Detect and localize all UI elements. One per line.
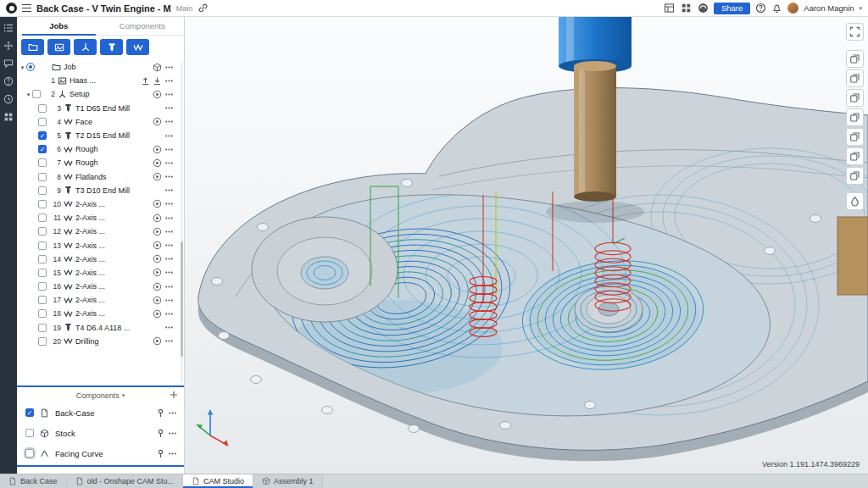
tree-row[interactable]: ✓6Rough bbox=[17, 142, 184, 156]
new-toolpath-button[interactable] bbox=[126, 39, 149, 55]
new-setup-button[interactable] bbox=[74, 39, 97, 55]
menu-icon[interactable] bbox=[164, 103, 174, 113]
menu-icon[interactable] bbox=[164, 336, 174, 346]
droplet-icon[interactable] bbox=[846, 192, 864, 210]
component-row[interactable]: ✓Back-Case bbox=[17, 402, 184, 423]
branch-label[interactable]: Main bbox=[176, 4, 193, 13]
fixture-block[interactable] bbox=[837, 217, 868, 295]
checkbox[interactable] bbox=[38, 186, 47, 195]
checkbox-checked[interactable]: ✓ bbox=[25, 408, 34, 417]
menu-icon[interactable] bbox=[164, 199, 174, 208]
display-icon[interactable] bbox=[846, 69, 864, 87]
tree-row[interactable]: 1Haas ... bbox=[17, 74, 184, 87]
post-icon[interactable] bbox=[153, 76, 162, 86]
bottom-tab[interactable]: CAM Studio bbox=[183, 474, 253, 488]
fullscreen-icon[interactable] bbox=[846, 23, 864, 41]
play-icon[interactable] bbox=[153, 199, 162, 208]
menu-icon[interactable] bbox=[164, 117, 174, 126]
tree-row[interactable]: ✓5T2 D15 End Mill bbox=[17, 129, 184, 142]
play-icon[interactable] bbox=[153, 268, 162, 277]
menu-icon[interactable] bbox=[164, 227, 174, 236]
tree-row[interactable]: 19T4 D6.4 A118 ... bbox=[17, 321, 184, 335]
menu-icon[interactable] bbox=[164, 323, 174, 332]
pin-icon[interactable] bbox=[156, 429, 165, 438]
display-icon[interactable] bbox=[846, 108, 864, 126]
play-icon[interactable] bbox=[153, 117, 162, 126]
tree-row[interactable]: 112-Axis ... bbox=[17, 211, 184, 225]
checkbox[interactable] bbox=[38, 309, 47, 318]
app-grid-icon[interactable] bbox=[681, 3, 692, 14]
menu-icon[interactable] bbox=[168, 429, 177, 438]
checkbox[interactable] bbox=[38, 296, 47, 304]
avatar[interactable] bbox=[787, 3, 798, 14]
menu-icon[interactable] bbox=[164, 282, 174, 291]
bottom-tab[interactable]: Assembly 1 bbox=[253, 474, 323, 488]
checkbox[interactable] bbox=[38, 282, 47, 291]
community-icon[interactable] bbox=[698, 3, 709, 14]
menu-icon[interactable] bbox=[164, 131, 174, 141]
menu-icon[interactable] bbox=[164, 158, 174, 168]
tree-row[interactable]: 122-Axis ... bbox=[17, 225, 184, 238]
tree-row[interactable]: 4Face bbox=[17, 115, 184, 129]
tree-scrollbar[interactable] bbox=[181, 62, 183, 382]
menu-icon[interactable] bbox=[168, 408, 177, 418]
checkbox[interactable] bbox=[38, 269, 47, 277]
menu-icon[interactable] bbox=[164, 76, 174, 86]
panel-tab-jobs[interactable]: Jobs bbox=[17, 17, 101, 35]
menu-icon[interactable] bbox=[164, 186, 174, 195]
link-icon[interactable] bbox=[198, 3, 209, 14]
menu-icon[interactable] bbox=[164, 254, 174, 263]
add-component-button[interactable] bbox=[169, 390, 179, 400]
tree-row[interactable]: ▾2Setup bbox=[17, 87, 184, 101]
component-row[interactable]: Stock bbox=[17, 423, 184, 443]
tree-row[interactable]: 172-Axis ... bbox=[17, 293, 184, 307]
hamburger-menu-icon[interactable] bbox=[22, 4, 31, 12]
tree-row[interactable]: 3T1 D65 End Mill bbox=[17, 102, 184, 115]
new-job-button[interactable] bbox=[21, 39, 44, 55]
pin-icon[interactable] bbox=[156, 408, 165, 418]
cam-scene[interactable] bbox=[185, 17, 868, 474]
menu-icon[interactable] bbox=[164, 63, 174, 72]
play-icon[interactable] bbox=[153, 282, 162, 291]
play-icon[interactable] bbox=[153, 254, 162, 263]
apps-icon[interactable] bbox=[3, 112, 14, 122]
checkbox[interactable] bbox=[38, 337, 47, 346]
play-icon[interactable] bbox=[153, 172, 162, 181]
upload-icon[interactable] bbox=[141, 76, 150, 86]
checkbox[interactable] bbox=[32, 90, 41, 98]
checkbox[interactable] bbox=[38, 104, 47, 113]
bottom-tab[interactable]: Back Case bbox=[0, 474, 67, 488]
share-button[interactable]: Share bbox=[714, 3, 750, 14]
checkbox[interactable] bbox=[38, 227, 47, 236]
tree-row[interactable]: 152-Axis ... bbox=[17, 266, 184, 280]
checkbox-checked[interactable]: ✓ bbox=[38, 131, 47, 140]
tree-row[interactable]: 132-Axis ... bbox=[17, 238, 184, 252]
checkbox[interactable] bbox=[38, 324, 47, 332]
display-icon[interactable] bbox=[846, 50, 864, 68]
tree-row[interactable]: 162-Axis ... bbox=[17, 280, 184, 293]
display-icon[interactable] bbox=[846, 147, 864, 165]
notifications-icon[interactable] bbox=[771, 3, 782, 14]
checkbox[interactable] bbox=[38, 158, 47, 167]
component-row[interactable]: Facing Curve bbox=[17, 443, 184, 463]
play-icon[interactable] bbox=[153, 241, 162, 250]
tree-row[interactable]: 8Flatlands bbox=[17, 170, 184, 184]
panel-tab-components[interactable]: Components bbox=[101, 17, 185, 35]
menu-icon[interactable] bbox=[168, 449, 177, 458]
viewport-3d[interactable]: Version 1.191.1474.3969229 bbox=[185, 17, 868, 474]
tree-row[interactable]: 142-Axis ... bbox=[17, 252, 184, 266]
menu-icon[interactable] bbox=[164, 172, 174, 181]
checkbox[interactable] bbox=[38, 118, 47, 126]
new-machine-button[interactable] bbox=[47, 39, 70, 55]
radio-selected[interactable] bbox=[26, 63, 35, 71]
onshape-logo[interactable] bbox=[6, 3, 17, 14]
display-icon[interactable] bbox=[846, 89, 864, 107]
play-icon[interactable] bbox=[153, 214, 162, 223]
checkbox-checked[interactable]: ✓ bbox=[38, 145, 47, 153]
history-icon[interactable] bbox=[3, 94, 14, 104]
checkbox[interactable] bbox=[25, 449, 34, 458]
checkbox[interactable] bbox=[38, 255, 47, 263]
tree-row[interactable]: 7Rough bbox=[17, 156, 184, 169]
play-icon[interactable] bbox=[153, 145, 162, 154]
menu-icon[interactable] bbox=[164, 268, 174, 277]
